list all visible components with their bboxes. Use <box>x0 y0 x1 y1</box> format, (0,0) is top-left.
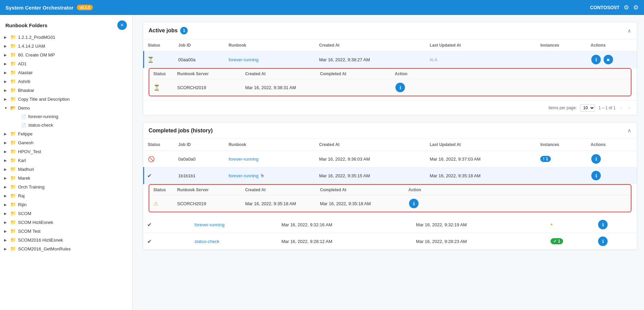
chevron-right-icon: ▶ <box>4 150 9 153</box>
cell-updated: Mar 16, 2022, 9:28:23 AM <box>412 233 546 250</box>
sub-cell-created: Mar 16, 2022, 9:38:31 AM <box>241 79 316 96</box>
sub-cell-completed: Mar 16, 2022, 9:35:18 AM <box>316 195 404 212</box>
folder-icon: 📁 <box>10 79 16 84</box>
prev-page-button[interactable]: ‹ <box>619 105 623 111</box>
settings-icon[interactable]: ⚙ <box>624 4 629 11</box>
cell-actions: ℹ <box>593 216 637 233</box>
sidebar-item-label: Marek <box>18 176 30 181</box>
job-info-button[interactable]: ℹ <box>591 171 601 180</box>
items-per-page-select[interactable]: 10 25 50 <box>580 104 595 112</box>
completed-jobs-table: Status Job ID Runbook Created At Last Up… <box>143 139 637 184</box>
sub-cell-server: SCORCH2019 <box>173 195 241 212</box>
sidebar-item-bhaskar[interactable]: ▶ 📁 Bhaskar <box>0 86 132 95</box>
sidebar-item-forever-running[interactable]: 📄 forever-running <box>0 112 132 121</box>
col-updated: Last Updated At <box>426 39 536 51</box>
sidebar-item-label: SCOM2016_GetMonRules <box>18 246 71 251</box>
sidebar-item-orch-training[interactable]: ▶ 📁 Orch Training <box>0 182 132 191</box>
chevron-right-icon: ▶ <box>4 53 9 57</box>
folder-icon: 📁 <box>10 166 16 172</box>
sidebar-item-scom-test[interactable]: ▶ 📁 SCOM Test <box>0 227 132 235</box>
sidebar-item-label: Alastair <box>18 70 33 75</box>
sidebar-item-14142[interactable]: ▶ 📁 1.4.14.2 UAM <box>0 42 132 50</box>
job-info-button[interactable]: ℹ <box>591 55 601 64</box>
sidebar-item-rijin[interactable]: ▶ 📁 Rijin <box>0 200 132 209</box>
sidebar-item-label: SCOM HizliEsnek <box>18 220 53 225</box>
col-actions: Actions <box>587 39 637 51</box>
subrow-info-button[interactable]: ℹ <box>395 83 405 92</box>
folder-icon: 📁 <box>10 140 16 145</box>
job-info-button[interactable]: ℹ <box>598 220 608 229</box>
cell-jobid: 0a0a0a0 <box>174 151 224 167</box>
job-info-button[interactable]: ℹ <box>598 236 608 246</box>
sidebar-item-karl[interactable]: ▶ 📁 Karl <box>0 156 132 165</box>
header-right: CONTOSO\IT ⚙ ⚙ <box>590 4 639 11</box>
sidebar-item-demo[interactable]: ▼ 📂 Demo <box>0 103 132 112</box>
sidebar-item-copy-title[interactable]: ▶ 📁 Copy Title and Description <box>0 95 132 103</box>
completed-jobs-collapse-button[interactable]: ∧ <box>627 127 631 134</box>
warning-icon: ! <box>543 157 544 161</box>
active-jobs-pagination: Items per page: 10 25 50 1 – 1 of 1 ‹ › <box>143 100 637 115</box>
sidebar-item-ashriti[interactable]: ▶ 📁 Ashriti <box>0 77 132 86</box>
folder-icon: 📁 <box>10 87 16 93</box>
sidebar-item-label: 1.2.1.2_ProdMG01 <box>18 35 55 40</box>
active-jobs-collapse-button[interactable]: ∧ <box>627 28 631 34</box>
cell-status: 🚫 <box>144 151 174 167</box>
sidebar-item-60[interactable]: ▶ 📁 60. Create OM MP <box>0 50 132 59</box>
sidebar-scroll: ▶ 📁 1.2.1.2_ProdMG01 ▶ 📁 1.4.14.2 UAM ▶ … <box>0 33 132 310</box>
sidebar-item-ad1[interactable]: ▶ 📁 AD1 <box>0 59 132 68</box>
sub-cell-action: ℹ <box>391 79 631 96</box>
sidebar-item-scom-hizliesnek[interactable]: ▶ 📁 SCOM HizliEsnek <box>0 218 132 227</box>
col-instances: Instances <box>536 39 587 51</box>
sidebar-item-scom[interactable]: ▶ 📁 SCOM <box>0 209 132 218</box>
company-label: CONTOSO\IT <box>590 5 620 10</box>
col-jobid: Job ID <box>174 39 224 51</box>
items-per-page-label: Items per page: <box>548 105 577 110</box>
sidebar-item-madhuri[interactable]: ▶ 📁 Madhuri <box>0 165 132 174</box>
instance-count: 1 <box>546 157 548 161</box>
col-jobid: Job ID <box>174 139 224 151</box>
runbook-link[interactable]: status-check <box>194 239 219 244</box>
sidebar-close-button[interactable]: × <box>117 20 127 30</box>
sidebar-item-label: Bhaskar <box>18 88 34 93</box>
runbook-link[interactable]: forever-running <box>228 173 258 178</box>
sidebar-item-label: Raj <box>18 193 25 198</box>
cell-actions: ℹ <box>587 151 637 167</box>
job-stop-button[interactable]: ■ <box>604 55 613 64</box>
sidebar-item-label: Felippe <box>18 131 33 136</box>
user-settings-icon[interactable]: ⚙ <box>633 4 639 11</box>
active-jobs-section: Active jobs 1 ∧ Status Job ID Runbook Cr… <box>143 22 637 115</box>
sidebar-item-hpov[interactable]: ▶ 📁 HPOV_Test <box>0 147 132 156</box>
runbook-link[interactable]: forever-running <box>194 222 224 227</box>
sidebar-item-1212[interactable]: ▶ 📁 1.2.1.2_ProdMG01 <box>0 33 132 42</box>
instance-badge: ! 1 <box>540 156 551 162</box>
sidebar-item-marek[interactable]: ▶ 📁 Marek <box>0 174 132 182</box>
next-page-button[interactable]: › <box>627 105 631 111</box>
sidebar-item-ganesh[interactable]: ▶ 📁 Ganesh <box>0 138 132 147</box>
sidebar-item-alastair[interactable]: ▶ 📁 Alastair <box>0 68 132 77</box>
sidebar-item-felippe[interactable]: ▶ 📁 Felippe <box>0 129 132 138</box>
sub-col-created: Created At <box>241 69 316 79</box>
folder-icon: 📁 <box>10 70 16 75</box>
cell-jobid <box>172 233 190 250</box>
col-created: Created At <box>315 139 425 151</box>
cell-actions: ℹ <box>587 167 637 184</box>
cell-actions: ℹ <box>593 233 637 250</box>
sidebar-item-scom2016-hizliesnek[interactable]: ▶ 📁 SCOM2016 HizliEsnek <box>0 235 132 244</box>
sidebar-item-raj[interactable]: ▶ 📁 Raj <box>0 191 132 200</box>
chevron-down-icon: ▼ <box>4 106 9 110</box>
cell-instances: ! 1 <box>536 151 587 167</box>
runbook-link[interactable]: forever-running <box>228 157 258 162</box>
cell-runbook: forever-running <box>224 151 315 167</box>
sidebar-item-status-check[interactable]: 📄 status-check <box>0 121 132 129</box>
sidebar-item-scom2016-getmonrules[interactable]: ▶ 📁 SCOM2016_GetMonRules <box>0 244 132 253</box>
completed-jobs-header-row: Status Job ID Runbook Created At Last Up… <box>144 139 637 151</box>
sub-cell-server: SCORCH2019 <box>173 79 241 96</box>
cell-instances <box>536 51 587 68</box>
sidebar-item-label: Ganesh <box>18 140 34 145</box>
sub-col-status: Status <box>149 185 173 195</box>
job-info-button[interactable]: ℹ <box>591 154 601 164</box>
runbook-link[interactable]: forever-running <box>228 57 258 62</box>
subrow-info-button[interactable]: ℹ <box>409 199 419 208</box>
content-area: Active jobs 1 ∧ Status Job ID Runbook Cr… <box>133 15 644 310</box>
instance-badge: ✓ 1 <box>550 238 563 244</box>
